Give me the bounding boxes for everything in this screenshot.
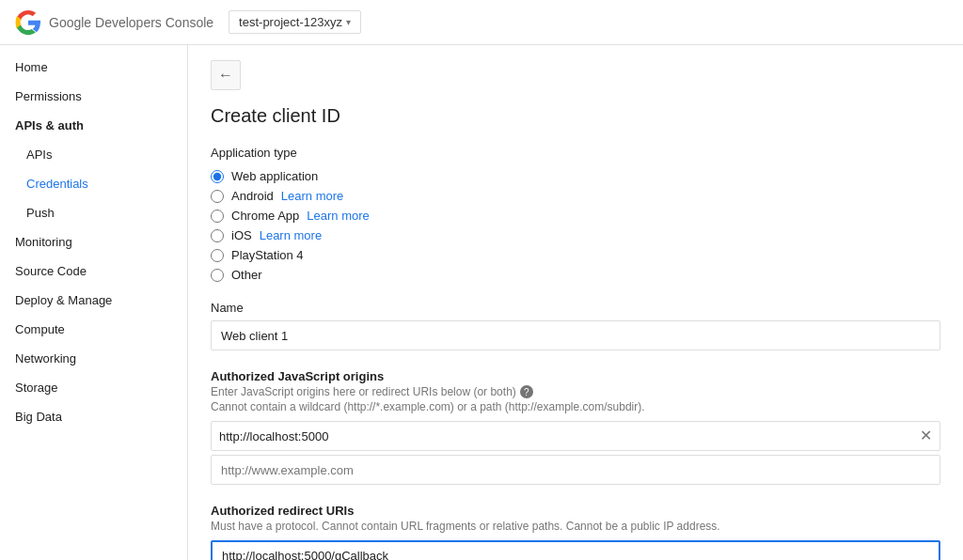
origin-value: http://localhost:5000 xyxy=(219,429,920,443)
logo-text: Google Developers Console xyxy=(49,15,213,30)
radio-row-android: Android Learn more xyxy=(211,189,940,203)
android-learn-more-link[interactable]: Learn more xyxy=(281,189,343,203)
chrome-learn-more-link[interactable]: Learn more xyxy=(307,209,369,223)
name-section: Name xyxy=(211,301,940,350)
sidebar-item-apis[interactable]: APIs xyxy=(0,140,187,169)
radio-ios[interactable] xyxy=(211,229,224,242)
sidebar-item-compute[interactable]: Compute xyxy=(0,315,187,344)
radio-chrome-label[interactable]: Chrome App xyxy=(231,209,299,223)
chevron-down-icon: ▾ xyxy=(346,17,351,27)
js-origin-new-input[interactable] xyxy=(211,455,940,485)
sidebar: Home Permissions APIs & auth APIs Creden… xyxy=(0,45,188,560)
sidebar-item-deploy-manage[interactable]: Deploy & Manage xyxy=(0,286,187,315)
help-icon[interactable]: ? xyxy=(520,385,533,398)
sidebar-item-push[interactable]: Push xyxy=(0,198,187,227)
sidebar-item-source-code[interactable]: Source Code xyxy=(0,257,187,286)
app-type-label: Application type xyxy=(211,146,940,160)
radio-web[interactable] xyxy=(211,170,224,183)
js-origins-desc: Enter JavaScript origins here or redirec… xyxy=(211,385,940,398)
sidebar-item-storage[interactable]: Storage xyxy=(0,373,187,402)
js-origins-section: Authorized JavaScript origins Enter Java… xyxy=(211,369,940,485)
radio-ps4[interactable] xyxy=(211,249,224,262)
sidebar-item-networking[interactable]: Networking xyxy=(0,344,187,373)
logo-area: Google Developers Console xyxy=(15,9,213,36)
redirect-desc: Must have a protocol. Cannot contain URL… xyxy=(211,520,940,533)
back-button[interactable]: ← xyxy=(211,60,241,90)
sidebar-item-big-data[interactable]: Big Data xyxy=(0,402,187,431)
page-title: Create client ID xyxy=(211,105,940,127)
layout: Home Permissions APIs & auth APIs Creden… xyxy=(0,45,963,560)
radio-android[interactable] xyxy=(211,190,224,203)
radio-row-other: Other xyxy=(211,268,940,282)
sidebar-item-permissions[interactable]: Permissions xyxy=(0,82,187,111)
topbar: Google Developers Console test-project-1… xyxy=(0,0,963,45)
ios-learn-more-link[interactable]: Learn more xyxy=(260,228,322,242)
radio-chrome[interactable] xyxy=(211,210,224,223)
name-input[interactable] xyxy=(211,320,940,350)
radio-android-label[interactable]: Android xyxy=(231,189,274,203)
js-origins-desc2: Cannot contain a wildcard (http://*.exam… xyxy=(211,400,940,413)
radio-row-chrome: Chrome App Learn more xyxy=(211,209,940,223)
sidebar-item-monitoring[interactable]: Monitoring xyxy=(0,227,187,257)
name-label: Name xyxy=(211,301,940,315)
radio-row-web: Web application xyxy=(211,169,940,183)
radio-row-ios: iOS Learn more xyxy=(211,228,940,242)
app-type-radio-group: Web application Android Learn more Chrom… xyxy=(211,169,940,282)
main-content: ← Create client ID Application type Web … xyxy=(188,45,963,560)
origin-entry: http://localhost:5000 ✕ xyxy=(211,421,940,451)
remove-origin-button[interactable]: ✕ xyxy=(920,428,932,443)
radio-other-label[interactable]: Other xyxy=(231,268,262,282)
radio-ps4-label[interactable]: PlayStation 4 xyxy=(231,248,304,262)
radio-ios-label[interactable]: iOS xyxy=(231,228,252,242)
radio-row-ps4: PlayStation 4 xyxy=(211,248,940,262)
redirect-section: Authorized redirect URIs Must have a pro… xyxy=(211,504,940,560)
project-selector[interactable]: test-project-123xyz ▾ xyxy=(229,10,361,34)
sidebar-item-apis-auth[interactable]: APIs & auth xyxy=(0,111,187,140)
redirect-input[interactable] xyxy=(211,540,940,560)
redirect-label: Authorized redirect URIs xyxy=(211,504,940,518)
google-logo-icon xyxy=(15,9,41,36)
js-origins-label: Authorized JavaScript origins xyxy=(211,369,940,383)
project-name: test-project-123xyz xyxy=(239,15,342,29)
sidebar-item-credentials[interactable]: Credentials xyxy=(0,169,187,198)
sidebar-item-home[interactable]: Home xyxy=(0,53,187,82)
radio-web-label[interactable]: Web application xyxy=(231,169,318,183)
radio-other[interactable] xyxy=(211,269,224,282)
